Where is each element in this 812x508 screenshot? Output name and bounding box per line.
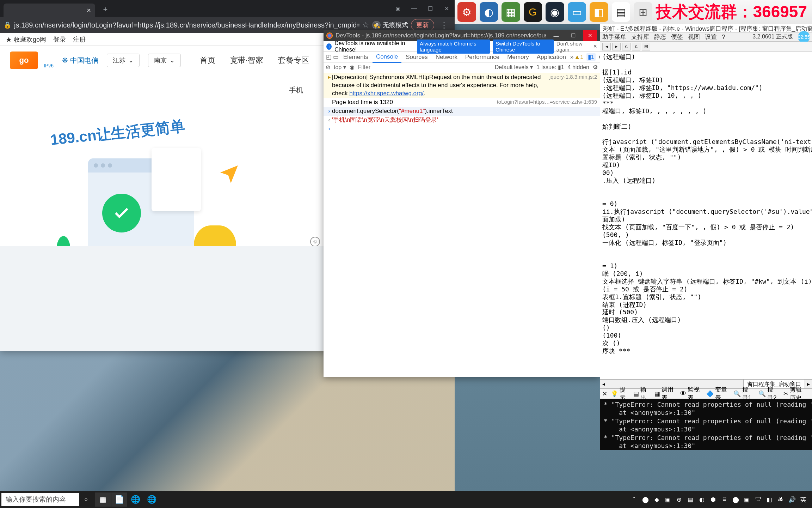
issue-badge[interactable]: ▮1	[586, 53, 596, 61]
record-icon[interactable]: ◉	[390, 0, 406, 17]
panel-close-icon[interactable]: ✕	[602, 390, 607, 398]
cortana-icon[interactable]: ○	[79, 492, 93, 507]
taskbar-apps: ▦ 📄 🌐 🌐	[95, 492, 159, 507]
console-settings-icon[interactable]: ⚙	[593, 64, 598, 71]
maximize-button[interactable]: ☐	[422, 0, 438, 17]
ime-indicator[interactable]: 英	[799, 496, 807, 503]
tray-icon[interactable]: ◆	[653, 496, 660, 503]
app-icon[interactable]: ▤	[612, 2, 630, 22]
tray-icon[interactable]: ▤	[687, 496, 694, 503]
levels-select[interactable]: Default levels ▾	[495, 64, 533, 71]
taskbar-chrome[interactable]: 🌐	[144, 492, 159, 507]
bookmark-item[interactable]: ★ 收藏欢go网	[6, 35, 46, 44]
lock-icon[interactable]: 🔒	[4, 21, 11, 29]
tab-memory[interactable]: Memory	[504, 52, 532, 62]
app-icon[interactable]: ▭	[568, 2, 586, 22]
match-language-button[interactable]: Always match Chrome's language	[417, 40, 490, 54]
menu-item[interactable]: 设置	[705, 33, 717, 41]
province-select[interactable]: 江苏⌄	[107, 54, 140, 67]
tab-application[interactable]: Application	[533, 52, 570, 62]
inspect-icon[interactable]: ◰	[326, 53, 332, 61]
nav-broadband[interactable]: 宽带·智家	[230, 55, 263, 66]
tray-icon[interactable]: ⬢	[709, 496, 717, 503]
app-icon[interactable]: ◧	[590, 2, 608, 22]
tab-sources[interactable]: Sources	[402, 52, 431, 62]
dont-show-link[interactable]: Don't show again	[556, 41, 591, 53]
clear-console-icon[interactable]: ⊘	[326, 64, 330, 71]
go-logo[interactable]: go	[10, 52, 38, 69]
nav-home[interactable]: 首页	[200, 55, 215, 66]
network-icon[interactable]: 🖧	[777, 496, 785, 503]
login-link[interactable]: 登录	[53, 35, 66, 44]
toolbar-button[interactable]: ◂	[602, 43, 611, 50]
new-tab-button[interactable]: +	[100, 4, 111, 15]
hidden-count[interactable]: 4 hidden	[568, 64, 589, 71]
filter-input[interactable]	[358, 64, 429, 71]
app-icon[interactable]: ▦	[502, 2, 520, 22]
taskbar-chrome[interactable]: 🌐	[128, 492, 143, 507]
tray-icon[interactable]: ▣	[743, 496, 751, 503]
toolbar-button[interactable]: ⊞	[642, 43, 650, 50]
url-field[interactable]: js.189.cn/nservice/login/toLogin?favurl=…	[14, 21, 359, 29]
tab-network[interactable]: Network	[432, 52, 461, 62]
tray-icon[interactable]: ▣	[664, 496, 672, 503]
console-prompt[interactable]: ›	[324, 125, 600, 133]
tray-icon[interactable]: ◧	[765, 496, 773, 503]
live-expr-icon[interactable]: ◉	[350, 64, 355, 71]
menu-item[interactable]: 便签	[671, 33, 683, 41]
menu-item[interactable]: 静态	[654, 33, 666, 41]
menu-item[interactable]: 视图	[688, 33, 700, 41]
city-select[interactable]: 南京⌄	[148, 54, 181, 67]
app-icon[interactable]: ⚙	[457, 2, 476, 22]
tray-icon[interactable]: ⬤	[732, 496, 739, 503]
bookmark-star-icon[interactable]: ☆	[362, 20, 369, 30]
ide-code-editor[interactable]: (远程端口) 据[1].id (远程端口, 标签ID) :远程端口, 标签ID,…	[600, 52, 812, 379]
telecom-logo[interactable]: ❋ 中国电信	[62, 56, 98, 65]
taskbar-search[interactable]: 输入你要搜索的内容	[1, 493, 79, 506]
app-icon[interactable]: ⊞	[634, 2, 652, 22]
tab-nav-left[interactable]: ◂	[600, 381, 607, 387]
taskbar-app[interactable]: 📄	[111, 492, 127, 507]
tab-elements[interactable]: Elements	[340, 52, 372, 62]
tray-icon[interactable]: 🖥	[720, 496, 728, 503]
context-select[interactable]: top ▾	[334, 64, 346, 71]
tray-icon[interactable]: 🛡	[754, 496, 762, 503]
ide-output-panel[interactable]: * "TypeError: Cannot read properties of …	[600, 399, 812, 450]
chevron-down-icon: ⌄	[170, 56, 175, 64]
warning-badge[interactable]: ▲1	[574, 54, 583, 61]
banner-close-icon[interactable]: ×	[593, 43, 597, 50]
menu-item[interactable]: 助手菜单	[602, 33, 626, 41]
close-button[interactable]: ✕	[438, 0, 455, 17]
close-button[interactable]: ✕	[583, 30, 597, 41]
maximize-button[interactable]: ☐	[566, 30, 580, 41]
nav-package[interactable]: 套餐专区	[278, 55, 309, 66]
ide-titlebar[interactable]: 彩虹 - E:\多线程终版 - 副本.e - Windows窗口程序 - [程序…	[600, 24, 812, 32]
app-icon[interactable]: G	[524, 2, 542, 22]
register-link[interactable]: 注册	[73, 35, 86, 44]
more-tabs-icon[interactable]: »	[570, 54, 573, 61]
toolbar-button[interactable]: ⎌	[632, 43, 640, 50]
tab-console[interactable]: Console	[373, 52, 401, 63]
menu-item[interactable]: ?	[722, 34, 725, 41]
update-button[interactable]: 更新	[411, 19, 434, 31]
minimize-button[interactable]: —	[406, 0, 422, 17]
console-body[interactable]: ▸ [Deprecation] Synchronous XMLHttpReque…	[324, 72, 600, 377]
tray-icon[interactable]: ⊕	[675, 496, 683, 503]
tab-close-icon[interactable]: ×	[87, 6, 91, 14]
chrome-menu-icon[interactable]: ⋮	[437, 20, 451, 30]
app-icon[interactable]: ◐	[480, 2, 498, 22]
tab-performance[interactable]: Performance	[462, 52, 503, 62]
toolbar-button[interactable]: ▸	[612, 43, 621, 50]
tray-icon[interactable]: ⬤	[641, 496, 649, 503]
volume-icon[interactable]: 🔊	[788, 496, 796, 503]
tray-chevron-icon[interactable]: ˄	[630, 496, 638, 503]
issue-count[interactable]: 1 Issue: ▮1	[536, 64, 564, 71]
taskbar-app[interactable]: ▦	[95, 492, 111, 507]
menu-item[interactable]: 支持库	[631, 33, 649, 41]
toolbar-button[interactable]: ⎌	[622, 43, 630, 50]
switch-chinese-button[interactable]: Switch DevTools to Chinese	[493, 40, 554, 54]
chrome-tab[interactable]: ×	[4, 4, 95, 17]
tray-icon[interactable]: ◐	[698, 496, 706, 503]
steam-icon[interactable]: ◉	[546, 2, 564, 22]
device-icon[interactable]: ▭	[333, 53, 339, 61]
